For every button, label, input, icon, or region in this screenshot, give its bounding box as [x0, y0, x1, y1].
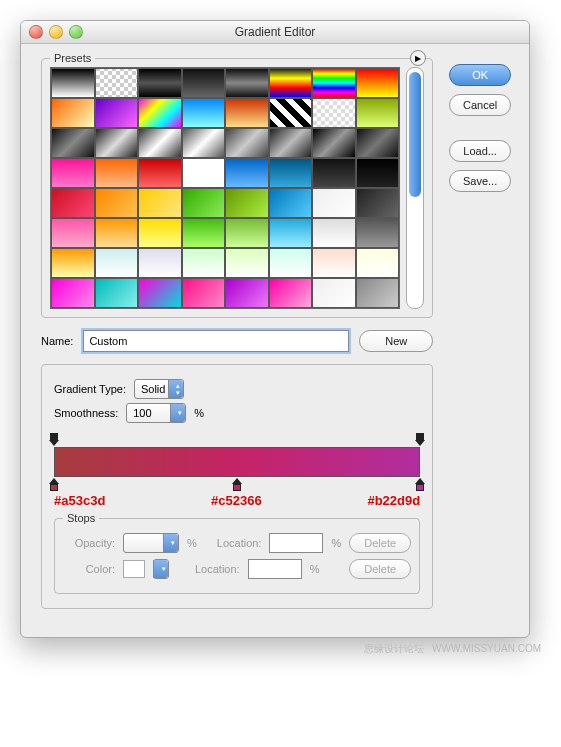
presets-menu-icon[interactable]: ▶ — [410, 50, 426, 66]
preset-swatch[interactable] — [269, 278, 313, 308]
preset-swatch[interactable] — [182, 218, 226, 248]
preset-swatch[interactable] — [312, 68, 356, 98]
preset-swatch[interactable] — [95, 68, 139, 98]
gradient-settings: Gradient Type: Solid ▴▾ Smoothness: 100 … — [41, 364, 433, 609]
gradient-type-select[interactable]: Solid ▴▾ — [134, 379, 184, 399]
preset-swatch[interactable] — [182, 68, 226, 98]
smoothness-input[interactable]: 100 ▾ — [126, 403, 186, 423]
preset-swatch[interactable] — [95, 158, 139, 188]
preset-swatch[interactable] — [95, 98, 139, 128]
preset-swatch[interactable] — [312, 248, 356, 278]
save-button[interactable]: Save... — [449, 170, 511, 192]
preset-swatch[interactable] — [225, 278, 269, 308]
preset-swatch[interactable] — [138, 188, 182, 218]
color-location-input — [248, 559, 302, 579]
preset-grid — [50, 67, 400, 309]
preset-swatch[interactable] — [182, 248, 226, 278]
color-swatch — [123, 560, 145, 578]
preset-swatch[interactable] — [95, 248, 139, 278]
preset-swatch[interactable] — [138, 158, 182, 188]
preset-scrollbar[interactable] — [406, 67, 424, 309]
opacity-stops-track[interactable] — [54, 433, 420, 447]
preset-swatch[interactable] — [138, 218, 182, 248]
preset-swatch[interactable] — [269, 98, 313, 128]
color-stop[interactable] — [415, 479, 425, 491]
preset-swatch[interactable] — [51, 158, 95, 188]
preset-swatch[interactable] — [138, 98, 182, 128]
opacity-input: ▾ — [123, 533, 179, 553]
preset-swatch[interactable] — [312, 188, 356, 218]
preset-swatch[interactable] — [269, 218, 313, 248]
preset-swatch[interactable] — [182, 188, 226, 218]
preset-swatch[interactable] — [138, 68, 182, 98]
preset-swatch[interactable] — [269, 158, 313, 188]
preset-swatch[interactable] — [356, 158, 400, 188]
minimize-icon[interactable] — [49, 25, 63, 39]
opacity-stop[interactable] — [49, 433, 59, 445]
preset-swatch[interactable] — [182, 278, 226, 308]
preset-swatch[interactable] — [95, 188, 139, 218]
gradient-ramp: #a53c3d #c52366 #b22d9d — [54, 433, 420, 508]
preset-swatch[interactable] — [225, 248, 269, 278]
preset-swatch[interactable] — [225, 158, 269, 188]
preset-swatch[interactable] — [51, 98, 95, 128]
color-location-label: Location: — [195, 563, 240, 575]
preset-swatch[interactable] — [138, 248, 182, 278]
preset-swatch[interactable] — [356, 98, 400, 128]
preset-swatch[interactable] — [51, 128, 95, 158]
preset-swatch[interactable] — [51, 68, 95, 98]
preset-swatch[interactable] — [182, 128, 226, 158]
preset-swatch[interactable] — [225, 218, 269, 248]
preset-swatch[interactable] — [269, 68, 313, 98]
preset-swatch[interactable] — [138, 278, 182, 308]
preset-swatch[interactable] — [269, 248, 313, 278]
preset-swatch[interactable] — [356, 68, 400, 98]
color-stop[interactable] — [232, 479, 242, 491]
preset-swatch[interactable] — [312, 98, 356, 128]
delete-opacity-stop-button: Delete — [349, 533, 411, 553]
cancel-button[interactable]: Cancel — [449, 94, 511, 116]
preset-swatch[interactable] — [356, 128, 400, 158]
preset-swatch[interactable] — [312, 128, 356, 158]
scrollbar-thumb[interactable] — [409, 72, 421, 197]
preset-swatch[interactable] — [312, 278, 356, 308]
new-button[interactable]: New — [359, 330, 433, 352]
opacity-stop-row: Opacity: ▾ % Location: % Delete — [63, 533, 411, 553]
close-icon[interactable] — [29, 25, 43, 39]
preset-swatch[interactable] — [51, 278, 95, 308]
zoom-icon[interactable] — [69, 25, 83, 39]
load-button[interactable]: Load... — [449, 140, 511, 162]
opacity-stop[interactable] — [415, 433, 425, 445]
preset-swatch[interactable] — [225, 68, 269, 98]
preset-swatch[interactable] — [51, 248, 95, 278]
preset-swatch[interactable] — [312, 158, 356, 188]
preset-swatch[interactable] — [225, 188, 269, 218]
color-stop-row: Color: ▾ Location: % Delete — [63, 559, 411, 579]
stops-legend: Stops — [63, 512, 99, 524]
preset-swatch[interactable] — [182, 98, 226, 128]
titlebar[interactable]: Gradient Editor — [21, 21, 529, 44]
preset-swatch[interactable] — [356, 188, 400, 218]
gradient-strip[interactable] — [54, 447, 420, 477]
preset-swatch[interactable] — [182, 158, 226, 188]
name-row: Name: New — [41, 330, 433, 352]
preset-swatch[interactable] — [356, 248, 400, 278]
preset-swatch[interactable] — [95, 128, 139, 158]
preset-swatch[interactable] — [356, 278, 400, 308]
preset-swatch[interactable] — [312, 218, 356, 248]
preset-swatch[interactable] — [51, 218, 95, 248]
preset-swatch[interactable] — [269, 188, 313, 218]
preset-swatch[interactable] — [225, 128, 269, 158]
preset-swatch[interactable] — [95, 278, 139, 308]
preset-swatch[interactable] — [269, 128, 313, 158]
preset-swatch[interactable] — [356, 218, 400, 248]
window-controls — [29, 25, 83, 39]
name-input[interactable] — [83, 330, 349, 352]
preset-swatch[interactable] — [225, 98, 269, 128]
preset-swatch[interactable] — [95, 218, 139, 248]
preset-swatch[interactable] — [138, 128, 182, 158]
preset-swatch[interactable] — [51, 188, 95, 218]
color-stops-track[interactable] — [54, 477, 420, 491]
color-stop[interactable] — [49, 479, 59, 491]
ok-button[interactable]: OK — [449, 64, 511, 86]
